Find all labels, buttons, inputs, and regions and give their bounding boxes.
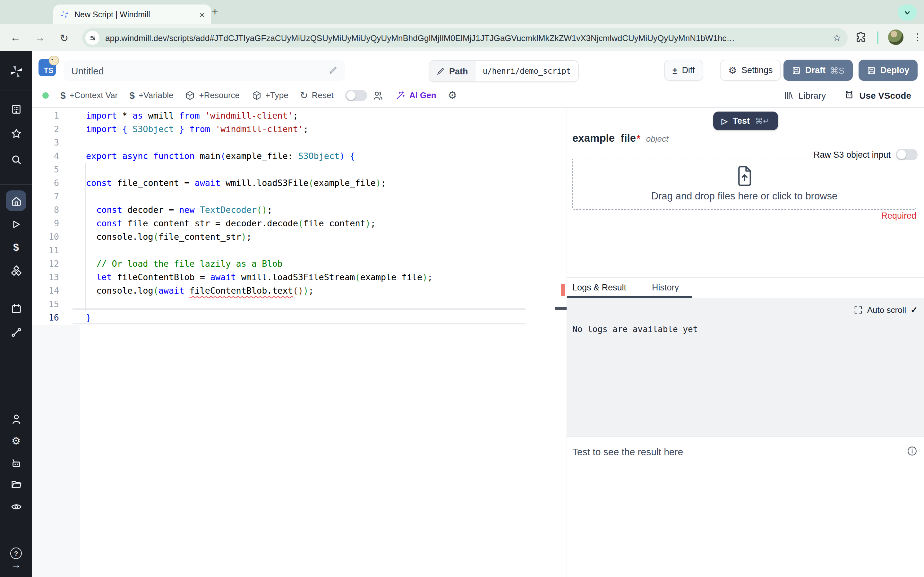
windmill-app: $ [0, 51, 924, 577]
ai-gen-button[interactable]: AI Gen [395, 90, 436, 100]
test-button[interactable]: ▷ Test ⌘↵ [713, 111, 778, 130]
code-editor[interactable]: 12345678910111213141516 import * as wmil… [32, 108, 567, 577]
argument-header: example_file * object [572, 132, 668, 144]
deploy-button[interactable]: Deploy [859, 60, 918, 81]
gear-icon: ⚙ [728, 64, 737, 76]
sidebar-item-workers[interactable] [0, 454, 32, 472]
workspace-emoji-badge [49, 56, 59, 65]
browser-tabstrip: New Script | Windmill × + [0, 0, 924, 24]
add-type-button[interactable]: +Type [251, 90, 288, 100]
sidebar-item-variables[interactable]: $ [0, 239, 32, 256]
sidebar-item-settings[interactable]: ⚙ [0, 432, 32, 450]
edit-pencil-icon [436, 67, 445, 75]
sidebar-item-flows[interactable] [0, 323, 32, 341]
logs-section: Logs & Result History Auto scroll ✓ [567, 277, 924, 577]
sidebar-item-workspace[interactable] [0, 99, 32, 117]
save-icon [792, 66, 801, 75]
editor-code[interactable]: import * as wmill from 'windmill-client'… [86, 109, 556, 324]
sidebar-item-favorites[interactable] [0, 124, 32, 142]
workspace: 12345678910111213141516 import * as wmil… [32, 108, 924, 577]
editor-gutter[interactable]: 12345678910111213141516 [32, 109, 59, 324]
diff-button[interactable]: ± Diff [664, 60, 703, 81]
browser-toolbar: ← → ↻ app.windmill.dev/scripts/add#JTdCJ… [0, 24, 924, 51]
vscode-cat-icon [844, 90, 855, 101]
multiplayer-toggle[interactable] [345, 89, 367, 101]
draft-button[interactable]: Draft ⌘S [783, 60, 853, 81]
new-tab-button[interactable]: + [207, 4, 223, 21]
tab-search-button[interactable] [898, 5, 917, 21]
package-icon [185, 90, 195, 100]
expand-icon [855, 306, 863, 314]
sidebar-item-users[interactable] [0, 410, 32, 428]
path-button[interactable]: Path [429, 61, 475, 81]
editor-toolbar: $ +Context Var $ +Variable +Resource [32, 83, 924, 108]
logs-tabs: Logs & Result History [567, 277, 924, 298]
typescript-language-badge[interactable]: TS [39, 59, 56, 76]
package-icon [251, 90, 262, 100]
url-bar[interactable]: app.windmill.dev/scripts/add#JTdCJTIyaGF… [82, 28, 848, 47]
sidebar-expand-icon[interactable]: → [0, 556, 32, 574]
overview-ruler-cursor-mark [555, 307, 567, 309]
gutter-below-content [32, 325, 80, 577]
toolbar-separator [877, 31, 879, 44]
sidebar-item-schedules[interactable] [0, 300, 32, 318]
add-variable-button[interactable]: $ +Variable [129, 90, 173, 101]
sidebar-item-home[interactable] [6, 190, 26, 211]
path-value[interactable]: u/henri/demo_script [475, 61, 578, 81]
reset-button[interactable]: ↻ Reset [300, 89, 334, 101]
search-icon[interactable] [0, 151, 32, 169]
file-upload-icon [736, 166, 753, 185]
back-button[interactable]: ← [8, 30, 23, 45]
extensions-icon[interactable] [855, 31, 867, 44]
sidebar-item-audit-logs[interactable] [0, 498, 32, 516]
sidebar-item-runs[interactable] [0, 215, 32, 234]
site-settings-icon[interactable] [86, 31, 99, 45]
tab-close-icon[interactable]: × [200, 9, 205, 19]
tab-history[interactable]: History [652, 283, 679, 292]
edit-pencil-icon[interactable] [328, 66, 338, 75]
required-asterisk: * [636, 133, 640, 143]
profile-avatar[interactable] [888, 29, 903, 45]
sidebar-item-folders[interactable] [0, 475, 32, 493]
script-title-input[interactable]: Untitled [63, 60, 345, 81]
browser-menu-icon[interactable]: ⋮ [912, 30, 923, 44]
dollar-icon: $ [129, 90, 135, 101]
argument-type: object [646, 134, 668, 143]
file-dropzone[interactable]: Drag and drop files here or click to bro… [572, 158, 916, 210]
editor-settings-gear-icon[interactable]: ⚙ [448, 89, 457, 101]
bookmark-star-icon[interactable]: ☆ [833, 32, 841, 44]
collaborators-icon [372, 89, 384, 101]
diff-icon: ± [672, 65, 677, 75]
save-icon [867, 66, 876, 75]
screen: New Script | Windmill × + ← → ↻ app.wind… [0, 0, 924, 577]
auto-scroll-control[interactable]: Auto scroll ✓ [855, 305, 918, 315]
required-label: Required [881, 211, 916, 221]
connection-status-dot [42, 92, 49, 98]
logs-output-area: Auto scroll ✓ No logs are available yet [567, 298, 924, 436]
app-sidebar: $ [0, 51, 32, 577]
dollar-icon: $ [60, 90, 66, 101]
windmill-logo-icon[interactable] [0, 62, 32, 80]
script-path-control[interactable]: Path u/henri/demo_script [429, 60, 578, 82]
magic-wand-icon [395, 90, 405, 100]
sidebar-item-resources[interactable] [0, 261, 32, 279]
no-logs-message: No logs are available yet [572, 324, 698, 334]
add-resource-button[interactable]: +Resource [185, 90, 240, 100]
reload-button[interactable]: ↻ [57, 30, 72, 45]
argument-name: example_file [572, 132, 636, 144]
forward-button[interactable]: → [32, 30, 47, 45]
info-icon[interactable] [907, 446, 918, 456]
script-title: Untitled [71, 65, 328, 76]
browser-tab[interactable]: New Script | Windmill × [53, 5, 211, 24]
library-icon [784, 90, 794, 100]
tab-title: New Script | Windmill [74, 10, 194, 19]
tab-logs-result[interactable]: Logs & Result [572, 283, 626, 292]
chevron-down-icon [903, 9, 911, 16]
dropzone-text: Drag and drop files here or click to bro… [651, 190, 838, 201]
settings-button[interactable]: ⚙ Settings [720, 60, 781, 81]
use-vscode-button[interactable]: Use VScode [844, 90, 911, 101]
library-button[interactable]: Library [784, 90, 826, 100]
add-context-var-button[interactable]: $ +Context Var [60, 90, 118, 101]
app-main: TS Untitled Path u/henri/demo_script [32, 51, 924, 577]
url-text[interactable]: app.windmill.dev/scripts/add#JTdCJTIyaGF… [105, 33, 827, 43]
